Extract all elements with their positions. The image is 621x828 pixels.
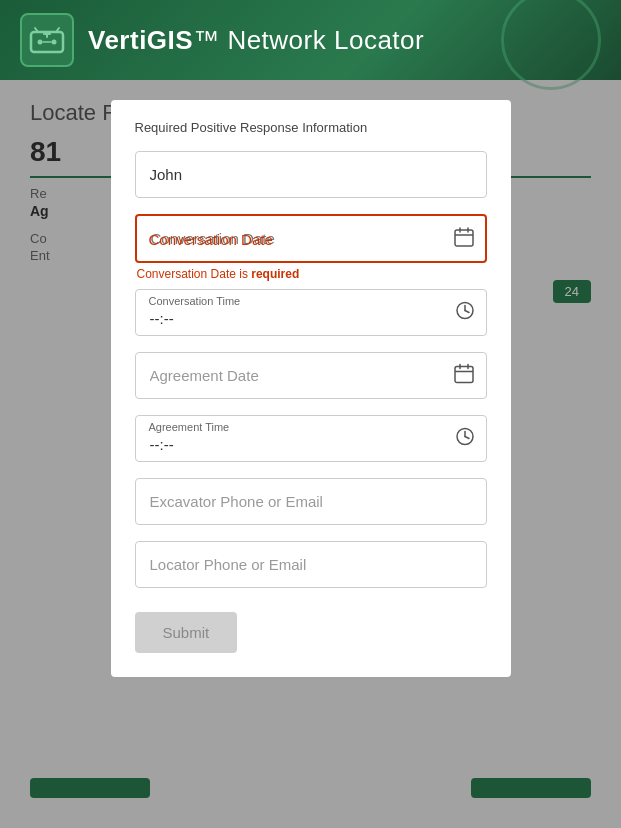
conversation-date-group: Conversation Date — [135, 214, 487, 263]
agreement-date-group — [135, 352, 487, 399]
excavator-input[interactable] — [135, 478, 487, 525]
modal-body: Required Positive Response Information C… — [111, 100, 511, 677]
app-title: VertiGIS™ Network Locator — [88, 25, 424, 56]
excavator-field-group — [135, 478, 487, 525]
header-decoration — [501, 0, 601, 90]
name-input[interactable] — [135, 151, 487, 198]
conversation-date-error: Conversation Date is required — [135, 267, 487, 281]
svg-point-4 — [52, 40, 57, 45]
modal-dialog: Required Positive Response Information C… — [111, 100, 511, 677]
agreement-date-input[interactable] — [135, 352, 487, 399]
name-field-group — [135, 151, 487, 198]
conversation-time-group: Conversation Time — [135, 289, 487, 336]
submit-button[interactable]: Submit — [135, 612, 238, 653]
conversation-date-input[interactable] — [135, 214, 487, 263]
modal-overlay: Required Positive Response Information C… — [0, 80, 621, 828]
logo-container: VertiGIS™ Network Locator — [20, 13, 424, 67]
app-header: VertiGIS™ Network Locator — [0, 0, 621, 80]
agreement-time-group: Agreement Time — [135, 415, 487, 462]
submit-section: Submit — [135, 604, 487, 653]
section-title: Required Positive Response Information — [135, 120, 487, 135]
locator-field-group — [135, 541, 487, 588]
conversation-time-label: Conversation Time — [149, 295, 241, 307]
locator-input[interactable] — [135, 541, 487, 588]
agreement-time-label: Agreement Time — [149, 421, 230, 433]
logo-icon — [20, 13, 74, 67]
svg-point-3 — [38, 40, 43, 45]
